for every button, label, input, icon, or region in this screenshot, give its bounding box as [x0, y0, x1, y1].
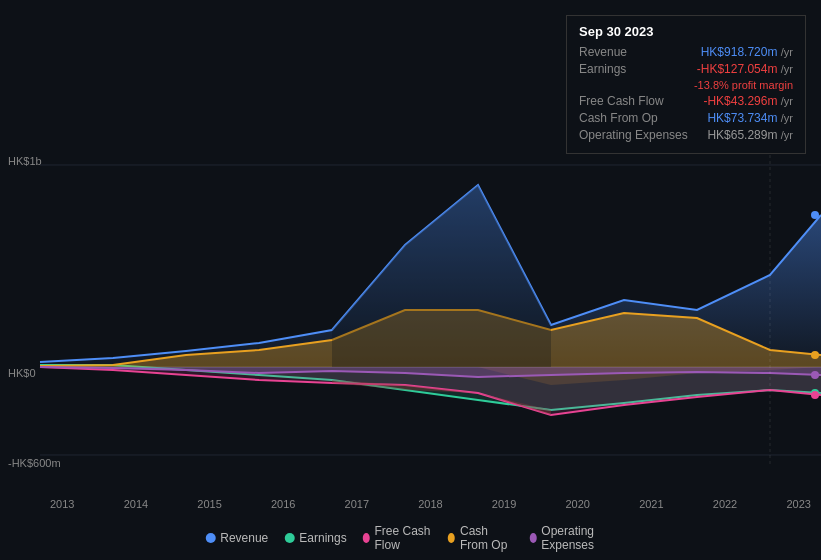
legend-cashop-dot: [448, 533, 455, 543]
legend-opex[interactable]: Operating Expenses: [529, 524, 615, 552]
tooltip-opex-label: Operating Expenses: [579, 128, 688, 142]
legend-fcf[interactable]: Free Cash Flow: [363, 524, 433, 552]
data-tooltip: Sep 30 2023 Revenue HK$918.720m /yr Earn…: [566, 15, 806, 154]
chart-svg: [0, 155, 821, 465]
svg-point-7: [811, 391, 819, 399]
x-label-2013: 2013: [50, 498, 74, 510]
tooltip-earnings-row: Earnings -HK$127.054m /yr: [579, 62, 793, 76]
svg-point-9: [811, 371, 819, 379]
x-label-2017: 2017: [345, 498, 369, 510]
x-label-2019: 2019: [492, 498, 516, 510]
legend-earnings[interactable]: Earnings: [284, 531, 346, 545]
tooltip-cashop-label: Cash From Op: [579, 111, 658, 125]
tooltip-cashop-value: HK$73.734m /yr: [707, 111, 793, 125]
svg-point-5: [811, 211, 819, 219]
tooltip-opex-value: HK$65.289m /yr: [707, 128, 793, 142]
x-label-2021: 2021: [639, 498, 663, 510]
x-label-2020: 2020: [565, 498, 589, 510]
x-label-2015: 2015: [197, 498, 221, 510]
x-label-2018: 2018: [418, 498, 442, 510]
legend-earnings-label: Earnings: [299, 531, 346, 545]
x-label-2023: 2023: [786, 498, 810, 510]
legend-earnings-dot: [284, 533, 294, 543]
x-label-2014: 2014: [124, 498, 148, 510]
x-label-2022: 2022: [713, 498, 737, 510]
legend-fcf-label: Free Cash Flow: [374, 524, 432, 552]
tooltip-margin-row: -13.8% profit margin: [579, 79, 793, 91]
tooltip-margin-value: -13.8% profit margin: [694, 79, 793, 91]
tooltip-cashop-row: Cash From Op HK$73.734m /yr: [579, 111, 793, 125]
tooltip-fcf-label: Free Cash Flow: [579, 94, 664, 108]
legend-opex-label: Operating Expenses: [541, 524, 615, 552]
x-label-2016: 2016: [271, 498, 295, 510]
legend-revenue-label: Revenue: [220, 531, 268, 545]
legend-cashop-label: Cash From Op: [460, 524, 514, 552]
tooltip-earnings-label: Earnings: [579, 62, 626, 76]
legend-fcf-dot: [363, 533, 370, 543]
chart-legend: Revenue Earnings Free Cash Flow Cash Fro…: [205, 524, 616, 552]
tooltip-opex-row: Operating Expenses HK$65.289m /yr: [579, 128, 793, 142]
tooltip-title: Sep 30 2023: [579, 24, 793, 39]
svg-point-8: [811, 351, 819, 359]
tooltip-revenue-label: Revenue: [579, 45, 627, 59]
legend-revenue[interactable]: Revenue: [205, 531, 268, 545]
tooltip-revenue-value: HK$918.720m /yr: [701, 45, 793, 59]
legend-opex-dot: [529, 533, 536, 543]
legend-cashop[interactable]: Cash From Op: [448, 524, 513, 552]
tooltip-revenue-row: Revenue HK$918.720m /yr: [579, 45, 793, 59]
legend-revenue-dot: [205, 533, 215, 543]
tooltip-fcf-row: Free Cash Flow -HK$43.296m /yr: [579, 94, 793, 108]
tooltip-earnings-value: -HK$127.054m /yr: [697, 62, 793, 76]
tooltip-fcf-value: -HK$43.296m /yr: [703, 94, 793, 108]
